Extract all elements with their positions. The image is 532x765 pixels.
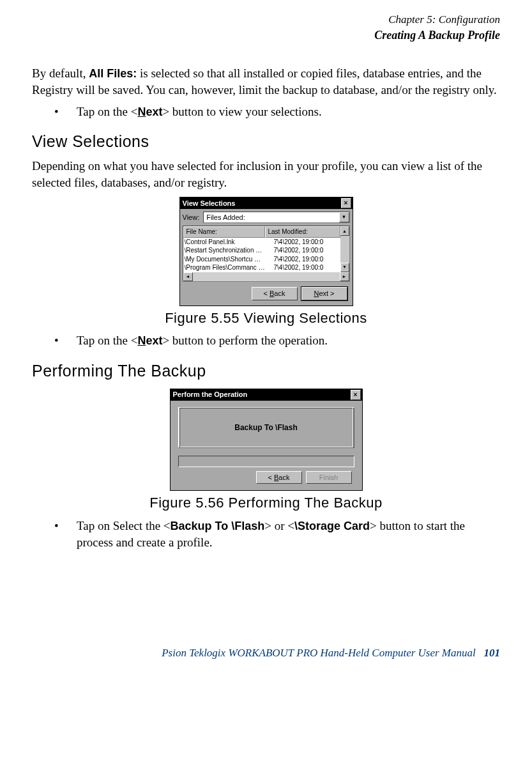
- list-item[interactable]: \Restart Synchronization …7\4\2002, 19:0…: [183, 246, 340, 255]
- window-title: View Selections: [183, 199, 236, 208]
- heading-performing-backup: Performing The Backup: [32, 360, 500, 382]
- figure-caption: Figure 5.55 Viewing Selections: [32, 309, 500, 328]
- bullet-text: Tap on Select the <Backup To \Flash> or …: [77, 518, 500, 550]
- chapter-label: Chapter 5: Configuration: [32, 13, 500, 27]
- view-label: View:: [183, 213, 200, 222]
- col-last-modified[interactable]: Last Modified:: [265, 226, 340, 238]
- finish-button: Finish: [306, 471, 352, 484]
- bullet-text: Tap on the <Next> button to perform the …: [77, 332, 328, 349]
- list-item[interactable]: \My Documents\Shortcu …7\4\2002, 19:00:0: [183, 255, 340, 264]
- list-item[interactable]: \Program Files\Commanc …7\4\2002, 19:00:…: [183, 263, 340, 272]
- text: > button to view your selections.: [162, 105, 321, 118]
- storage-card-label: \Storage Card: [294, 520, 370, 532]
- figure-caption: Figure 5.56 Performing The Backup: [32, 493, 500, 513]
- close-icon[interactable]: ×: [351, 390, 361, 400]
- text: Tap on the <: [77, 334, 137, 347]
- text: > or <: [264, 519, 294, 532]
- page-footer: Psion Teklogix WORKABOUT PRO Hand-Held C…: [32, 646, 500, 661]
- manual-title: Psion Teklogix WORKABOUT PRO Hand-Held C…: [162, 647, 476, 659]
- next-label: Next: [137, 334, 162, 347]
- col-file-name[interactable]: File Name:: [183, 226, 265, 238]
- back-button[interactable]: < Back: [252, 287, 298, 300]
- bullet-marker: •: [54, 518, 77, 550]
- view-selections-paragraph: Depending on what you have selected for …: [32, 158, 500, 190]
- next-button[interactable]: Next >: [301, 287, 347, 300]
- next-label: NNextext: [137, 105, 162, 118]
- bullet-item: • Tap on the <NNextext> button to view y…: [54, 104, 500, 120]
- view-combobox[interactable]: Files Added: ▼: [203, 212, 349, 223]
- backup-to-flash-button[interactable]: Backup To \Flash: [178, 407, 354, 448]
- section-label: Creating A Backup Profile: [32, 27, 500, 43]
- text: > button to perform the operation.: [162, 334, 328, 347]
- all-files-label: All Files:: [89, 67, 137, 80]
- scroll-left-icon[interactable]: ◄: [183, 272, 193, 281]
- bullet-text: Tap on the <NNextext> button to view you…: [77, 104, 322, 120]
- heading-view-selections: View Selections: [32, 131, 500, 153]
- scroll-down-icon[interactable]: ▼: [340, 263, 349, 272]
- horizontal-scrollbar[interactable]: ◄ ►: [183, 272, 349, 281]
- window-title: Perform the Operation: [173, 390, 248, 399]
- intro-paragraph: By default, All Files: is selected so th…: [32, 65, 500, 98]
- close-icon[interactable]: ×: [341, 198, 351, 208]
- scroll-up-icon[interactable]: ▲: [340, 226, 349, 236]
- text: Tap on Select the <: [77, 519, 171, 532]
- bullet-marker: •: [54, 104, 77, 120]
- titlebar: View Selections ×: [180, 197, 353, 209]
- back-button[interactable]: < Back: [256, 471, 302, 484]
- backup-flash-label: Backup To \Flash: [171, 520, 265, 532]
- list-item[interactable]: \Control Panel.lnk7\4\2002, 19:00:0: [183, 238, 340, 247]
- vertical-scrollbar[interactable]: ▲ ▼: [340, 226, 349, 272]
- text: Tap on the <: [77, 105, 137, 118]
- combo-value: Files Added:: [206, 213, 245, 222]
- bullet-item: • Tap on Select the <Backup To \Flash> o…: [54, 518, 500, 550]
- text: By default,: [32, 66, 89, 80]
- progress-bar: [178, 456, 354, 467]
- page-header: Chapter 5: Configuration Creating A Back…: [32, 13, 500, 43]
- view-selections-window: View Selections × View: Files Added: ▼ F…: [179, 197, 353, 305]
- scroll-right-icon[interactable]: ►: [340, 272, 349, 281]
- bullet-item: • Tap on the <Next> button to perform th…: [54, 332, 500, 349]
- file-list: File Name: Last Modified: \Control Panel…: [183, 226, 350, 282]
- bullet-marker: •: [54, 332, 77, 349]
- titlebar: Perform the Operation ×: [171, 389, 362, 401]
- perform-operation-window: Perform the Operation × Backup To \Flash…: [170, 389, 363, 491]
- chevron-down-icon[interactable]: ▼: [339, 212, 349, 222]
- page-number: 101: [484, 647, 501, 659]
